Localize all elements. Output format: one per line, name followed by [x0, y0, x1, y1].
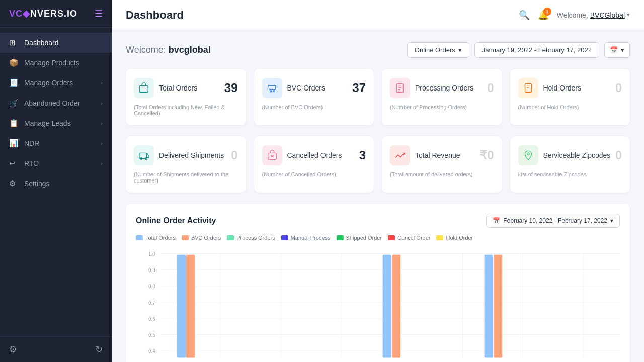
- svg-rect-34: [485, 255, 493, 358]
- legend-label-process-orders: Process Orders: [236, 235, 275, 241]
- main-content: Dashboard 🔍 🔔 1 Welcome, BVCGlobal ▾ Wel…: [112, 0, 644, 362]
- legend-cancel-order: Cancel Order: [388, 235, 430, 241]
- sidebar-item-label: NDR: [24, 139, 101, 147]
- bvc-orders-icon: [262, 78, 282, 98]
- stat-name-hold-orders: Hold Orders: [543, 84, 581, 92]
- header: Dashboard 🔍 🔔 1 Welcome, BVCGlobal ▾: [112, 0, 644, 30]
- logo-rest: NVERS.IO: [30, 9, 77, 19]
- sidebar-item-rto[interactable]: ↩ RTO ›: [0, 153, 112, 173]
- stat-name-delivered-shipments: Delivered Shipments: [159, 151, 224, 159]
- svg-text:1.0: 1.0: [148, 250, 155, 257]
- legend-dot-total-orders: [136, 235, 143, 240]
- svg-rect-0: [140, 85, 148, 92]
- ndr-icon: 📊: [9, 139, 19, 148]
- stat-value-hold-orders: 0: [615, 81, 622, 95]
- sidebar-item-label: Manage Orders: [24, 79, 101, 87]
- svg-text:0.5: 0.5: [148, 331, 155, 338]
- legend-dot-process-orders: [227, 235, 234, 240]
- stats-grid-row2: Delivered Shipments 0 (Number of Shipmen…: [126, 136, 630, 193]
- chevron-right-icon: ›: [101, 160, 103, 166]
- filter-row: Online Orders ▾ January 19, 2022 - Febru…: [407, 42, 630, 58]
- legend-bvc-orders: BVC Orders: [182, 235, 221, 241]
- chart-date-button[interactable]: 📅 February 10, 2022 - February 17, 2022 …: [486, 214, 620, 228]
- order-type-label: Online Orders: [415, 46, 455, 54]
- sidebar-item-settings[interactable]: ⚙ Settings: [0, 173, 112, 194]
- stat-sub-cancelled-orders: (Number of Cancelled Orders): [262, 171, 366, 177]
- select-dropdown-arrow: ▾: [458, 46, 462, 54]
- welcome-username: bvcglobal: [169, 45, 211, 55]
- abandoned-order-icon: 🛒: [9, 99, 19, 108]
- notification-button[interactable]: 🔔 1: [538, 10, 549, 21]
- header-right: 🔍 🔔 1 Welcome, BVCGlobal ▾: [519, 10, 630, 21]
- sidebar-item-manage-leads[interactable]: 📋 Manage Leads ›: [0, 113, 112, 133]
- sidebar-item-label: Abandoned Order: [24, 99, 101, 107]
- logo-vc: VC: [9, 9, 23, 19]
- stat-sub-hold-orders: (Number of Hold Orders): [518, 104, 622, 110]
- chevron-right-icon: ›: [101, 140, 103, 146]
- svg-point-1: [270, 90, 271, 92]
- stat-value-cancelled-orders: 3: [359, 148, 366, 162]
- stat-value-processing-orders: 0: [487, 81, 494, 95]
- calendar-button[interactable]: 📅 ▾: [604, 42, 630, 58]
- sidebar-item-manage-products[interactable]: 📦 Manage Products: [0, 53, 112, 73]
- legend-label-cancel-order: Cancel Order: [397, 235, 430, 241]
- sidebar-item-abandoned-order[interactable]: 🛒 Abandoned Order ›: [0, 93, 112, 113]
- user-menu[interactable]: Welcome, BVCGlobal ▾: [557, 11, 630, 19]
- sidebar-item-dashboard[interactable]: ⊞ Dashboard: [0, 33, 112, 53]
- calendar-icon: 📅: [610, 46, 618, 54]
- manage-leads-icon: 📋: [9, 119, 19, 128]
- legend-label-bvc-orders: BVC Orders: [191, 235, 221, 241]
- legend-label-hold-order: Hold Order: [446, 235, 473, 241]
- total-orders-icon: [134, 78, 154, 98]
- chevron-right-icon: ›: [101, 100, 103, 106]
- stats-grid-row1: Total Orders 39 (Total Orders including …: [126, 69, 630, 125]
- serviceable-zipcodes-icon: [518, 145, 538, 165]
- chevron-right-icon: ›: [101, 120, 103, 126]
- stat-name-cancelled-orders: Cancelled Orders: [287, 151, 342, 159]
- welcome-message: Welcome: bvcglobal: [126, 45, 211, 55]
- legend-manual-process: Manual Process: [281, 235, 331, 241]
- stat-name-processing-orders: Processing Orders: [415, 84, 473, 92]
- chart-svg: 1.0 0.9 0.8 0.7 0.6 0.5 0.4: [136, 248, 620, 362]
- calendar-dropdown-arrow: ▾: [621, 46, 624, 54]
- stat-sub-bvc-orders: (Number of BVC Orders): [262, 104, 366, 110]
- chart-title: Online Order Activity: [136, 216, 216, 225]
- refresh-icon[interactable]: ↻: [95, 344, 103, 355]
- date-range-display: January 19, 2022 - February 17, 2022: [474, 42, 599, 58]
- cancelled-orders-icon: [262, 145, 282, 165]
- chart-area: 1.0 0.9 0.8 0.7 0.6 0.5 0.4: [136, 248, 620, 362]
- svg-text:0.4: 0.4: [148, 347, 155, 354]
- chart-date-range: February 10, 2022 - February 17, 2022: [503, 217, 607, 224]
- content-area: Welcome: bvcglobal Online Orders ▾ Janua…: [112, 30, 644, 362]
- stat-card-total-orders: Total Orders 39 (Total Orders including …: [126, 69, 246, 125]
- sidebar-item-manage-orders[interactable]: 🧾 Manage Orders ›: [0, 73, 112, 93]
- svg-rect-30: [177, 255, 186, 358]
- hamburger-icon[interactable]: ☰: [95, 8, 103, 19]
- stat-sub-delivered-shipments: (Number of Shipments delivered to the cu…: [134, 171, 238, 184]
- stat-card-cancelled-orders: Cancelled Orders 3 (Number of Cancelled …: [254, 136, 374, 193]
- sidebar-footer: ⚙ ↻: [0, 336, 112, 362]
- stat-sub-processing-orders: (Number of Processing Orders): [390, 104, 494, 110]
- stat-card-processing-orders: Processing Orders 0 (Number of Processin…: [382, 69, 502, 125]
- stat-value-total-orders: 39: [224, 81, 238, 95]
- sidebar: VC◆NVERS.IO ☰ ⊞ Dashboard 📦 Manage Produ…: [0, 0, 112, 362]
- stat-sub-total-revenue: (Total amount of delivered orders): [390, 171, 494, 177]
- stat-card-serviceable-zipcodes: Serviceable Zipcodes 0 List of serviceab…: [510, 136, 630, 193]
- legend-total-orders: Total Orders: [136, 235, 176, 241]
- stat-sub-serviceable-zipcodes: List of serviceable Zipcodes: [518, 171, 622, 177]
- order-type-select[interactable]: Online Orders ▾: [407, 42, 469, 58]
- sidebar-item-ndr[interactable]: 📊 NDR ›: [0, 133, 112, 153]
- sidebar-item-label: Dashboard: [24, 39, 103, 47]
- legend-process-orders: Process Orders: [227, 235, 275, 241]
- logo-text: VC◆NVERS.IO: [9, 8, 77, 19]
- stat-card-total-revenue: Total Revenue ₹0 (Total amount of delive…: [382, 136, 502, 193]
- svg-text:0.7: 0.7: [148, 299, 155, 306]
- legend-label-manual-process: Manual Process: [291, 235, 331, 241]
- stat-sub-total-orders: (Total Orders including New, Failed & Ca…: [134, 104, 238, 116]
- svg-point-2: [273, 90, 275, 92]
- sidebar-logo: VC◆NVERS.IO ☰: [0, 0, 112, 28]
- search-icon[interactable]: 🔍: [519, 10, 530, 21]
- svg-rect-31: [186, 255, 195, 358]
- settings-footer-icon[interactable]: ⚙: [9, 344, 17, 355]
- sidebar-item-label: RTO: [24, 159, 101, 167]
